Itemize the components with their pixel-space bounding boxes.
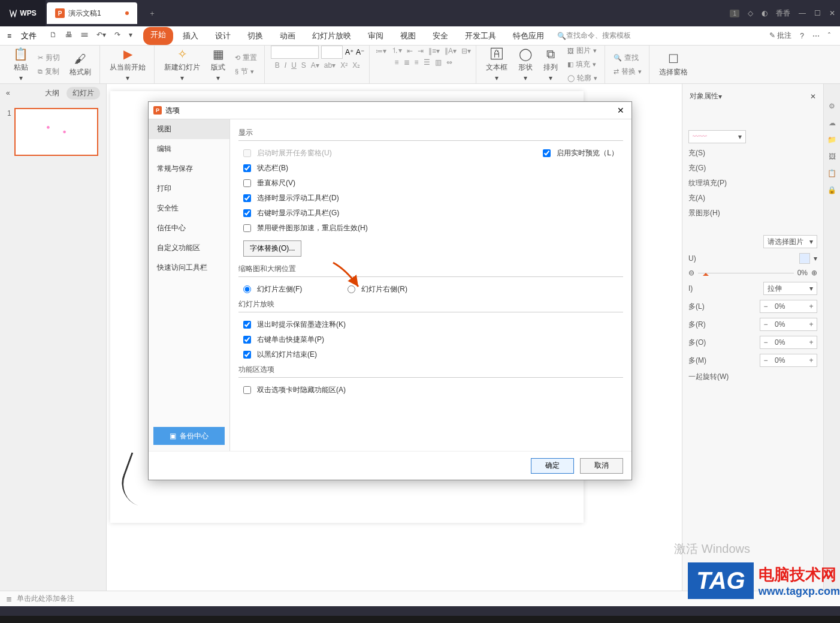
align-right-icon[interactable]: ≡ xyxy=(415,58,419,67)
decrease-font-icon[interactable]: A⁻ xyxy=(356,48,364,56)
help-button[interactable]: ? xyxy=(800,32,804,40)
cancel-button[interactable]: 取消 xyxy=(580,458,623,474)
highlight-icon[interactable]: ab▾ xyxy=(324,61,336,70)
opt-statusbar[interactable]: 状态栏(B) xyxy=(238,161,623,176)
superscript-icon[interactable]: X² xyxy=(340,61,348,70)
nav-qat[interactable]: 快速访问工具栏 xyxy=(149,258,229,278)
italic-icon[interactable]: I xyxy=(285,61,286,70)
ok-button[interactable]: 确定 xyxy=(531,458,574,474)
tab-security[interactable]: 安全 xyxy=(425,27,455,45)
distribute-icon[interactable]: ⇔ xyxy=(446,58,452,67)
section-button[interactable]: § 节▾ xyxy=(232,65,259,78)
qat-preview-icon[interactable]: 𝍢 xyxy=(78,28,90,43)
command-search[interactable]: 🔍 查找命令、搜索模板 xyxy=(557,31,631,41)
cut-button[interactable]: ✂ 剪切 xyxy=(35,52,62,64)
opt-rclick-toolbar[interactable]: 右键时显示浮动工具栏(G) xyxy=(238,206,623,221)
texture-fill-option[interactable]: 纹理填充(P) xyxy=(687,176,818,191)
dialog-close-icon[interactable]: ✕ xyxy=(615,103,627,118)
slides-tab[interactable]: 幻灯片 xyxy=(67,87,100,100)
radio-slides-left[interactable]: 幻灯片左侧(F) xyxy=(238,282,307,297)
paste-button[interactable]: 📋粘贴▾ xyxy=(10,46,32,84)
fill-a-option[interactable]: 充(A) xyxy=(687,191,818,206)
opt-float-toolbar[interactable]: 选择时显示浮动工具栏(D) xyxy=(238,191,623,206)
skin-icon[interactable]: ◇ xyxy=(748,9,753,17)
select-pane-button[interactable]: ☐选择窗格 xyxy=(655,49,691,80)
offset-m-input[interactable]: −0%+ xyxy=(760,354,817,367)
sidebar-settings-icon[interactable]: ⚙ xyxy=(829,102,835,110)
select-picture[interactable]: 请选择图片▾ xyxy=(763,235,817,248)
sidebar-folder-icon[interactable]: 📁 xyxy=(827,136,836,144)
opt-rclick-menu[interactable]: 右键单击快捷菜单(P) xyxy=(238,332,623,347)
from-current-button[interactable]: ▶从当前开始▾ xyxy=(106,46,149,84)
nav-custom-ribbon[interactable]: 自定义功能区 xyxy=(149,238,229,258)
texture-select[interactable]: 〰〰▾ xyxy=(688,130,746,143)
annotate-button[interactable]: ✎ 批注 xyxy=(769,31,791,41)
offset-l-input[interactable]: −0%+ xyxy=(760,300,817,313)
fill-s-option[interactable]: 充(S) xyxy=(687,146,818,161)
maximize-icon[interactable]: ☐ xyxy=(814,9,821,17)
offset-r-input[interactable]: −0%+ xyxy=(760,318,817,331)
qat-undo-icon[interactable]: ↶▾ xyxy=(94,28,108,43)
layout-button[interactable]: ▦版式▾ xyxy=(207,46,229,84)
textbox-button[interactable]: 🄰文本框▾ xyxy=(482,46,511,84)
collapse-panel-icon[interactable]: « xyxy=(6,89,10,97)
rotate-option[interactable]: 一起旋转(W) xyxy=(687,369,818,384)
close-panel-icon[interactable]: ✕ xyxy=(810,92,816,101)
backup-center-button[interactable]: ▣ 备份中心 xyxy=(153,427,225,445)
underline-icon[interactable]: U xyxy=(291,61,297,70)
collapse-ribbon-icon[interactable]: ˆ xyxy=(828,32,830,40)
align-left-icon[interactable]: ≡ xyxy=(395,58,399,67)
nav-security[interactable]: 安全性 xyxy=(149,198,229,218)
outline-tab[interactable]: 大纲 xyxy=(45,88,59,98)
more-icon[interactable]: ⋯ xyxy=(812,32,820,40)
outline-button[interactable]: ◯ 轮廓▾ xyxy=(565,72,600,84)
indent-left-icon[interactable]: ⇤ xyxy=(407,47,413,55)
increase-font-icon[interactable]: A⁺ xyxy=(345,48,353,56)
shape-button[interactable]: ◯形状▾ xyxy=(515,46,536,84)
find-button[interactable]: 🔍 查找 xyxy=(611,52,644,64)
sidebar-clipboard-icon[interactable]: 📋 xyxy=(827,169,836,177)
qat-print-icon[interactable]: 🖶 xyxy=(63,28,75,43)
tab-review[interactable]: 审阅 xyxy=(361,27,391,45)
fill-g-option[interactable]: 充(G) xyxy=(687,161,818,176)
font-family-input[interactable] xyxy=(271,46,319,59)
tab-slideshow[interactable]: 幻灯片放映 xyxy=(305,27,358,45)
font-substitute-button[interactable]: 字体替换(O)... xyxy=(243,240,301,257)
hamburger-icon[interactable]: ≡ xyxy=(4,29,15,43)
user-name[interactable]: 香香 xyxy=(776,8,790,19)
tab-animation[interactable]: 动画 xyxy=(273,27,303,45)
fill-button[interactable]: ◧ 填充▾ xyxy=(565,58,600,71)
arrange-button[interactable]: ⧉排列▾ xyxy=(540,46,561,84)
align-center-icon[interactable]: ≣ xyxy=(404,58,410,67)
indent-right-icon[interactable]: ⇥ xyxy=(418,47,424,55)
text-dir-icon[interactable]: ∥A▾ xyxy=(445,47,457,55)
strike-icon[interactable]: S xyxy=(301,61,306,70)
justify-icon[interactable]: ☰ xyxy=(424,58,430,67)
opt-dbl-hide-ribbon[interactable]: 双击选项卡时隐藏功能区(A) xyxy=(238,383,623,398)
nav-trust[interactable]: 信任中心 xyxy=(149,218,229,238)
tab-view[interactable]: 视图 xyxy=(393,27,423,45)
sidebar-cloud-icon[interactable]: ☁ xyxy=(829,119,836,127)
tab-design[interactable]: 设计 xyxy=(208,27,238,45)
tab-insert[interactable]: 插入 xyxy=(176,27,206,45)
slide-thumbnail[interactable]: 1 xyxy=(14,108,98,156)
minimize-icon[interactable]: — xyxy=(799,9,806,17)
align-text-icon[interactable]: ⊟▾ xyxy=(461,47,471,55)
color-swatch[interactable] xyxy=(799,253,810,264)
bullets-icon[interactable]: ≔▾ xyxy=(376,47,386,55)
opt-end-black[interactable]: 以黑幻灯片结束(E) xyxy=(238,347,623,362)
wps-logo[interactable]: WPS xyxy=(0,0,46,26)
opt-disable-hw[interactable]: 禁用硬件图形加速，重启后生效(H) xyxy=(238,221,623,236)
line-spacing-icon[interactable]: ‖≡▾ xyxy=(428,47,440,55)
tab-start[interactable]: 开始 xyxy=(143,27,173,45)
numbering-icon[interactable]: ⒈▾ xyxy=(391,46,402,56)
sidebar-lock-icon[interactable]: 🔒 xyxy=(827,186,836,194)
columns-icon[interactable]: ▥ xyxy=(435,58,442,67)
document-tab[interactable]: P 演示文稿1 xyxy=(47,2,137,24)
opt-vruler[interactable]: 垂直标尺(V) xyxy=(238,176,623,191)
bg-shape-option[interactable]: 景图形(H) xyxy=(687,206,818,221)
close-icon[interactable]: ✕ xyxy=(829,9,835,17)
new-slide-button[interactable]: ✧新建幻灯片▾ xyxy=(161,46,204,84)
reset-button[interactable]: ⟲ 重置 xyxy=(232,52,259,64)
qat-dropdown-icon[interactable]: ▾ xyxy=(126,28,135,43)
